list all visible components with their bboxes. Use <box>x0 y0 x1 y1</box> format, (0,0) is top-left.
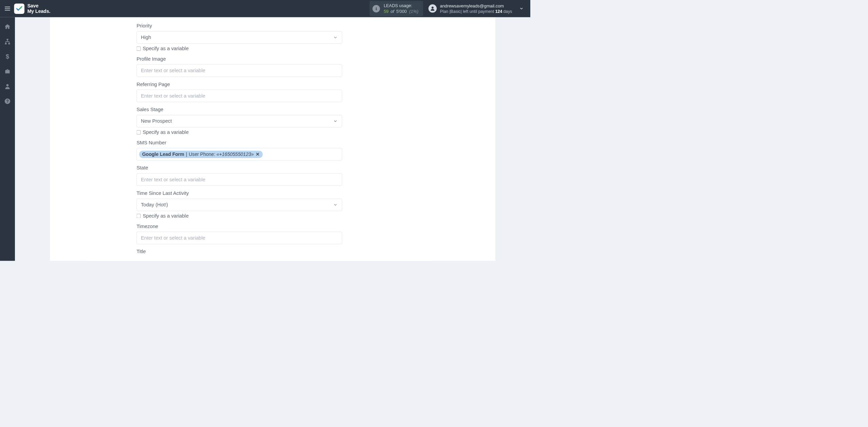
sidebar-account[interactable] <box>3 82 12 91</box>
sidebar-home[interactable] <box>3 22 12 31</box>
svg-point-5 <box>6 84 9 86</box>
account-plan: Plan |Basic| left until payment 124 days <box>440 9 512 14</box>
state-label: State <box>137 165 342 171</box>
app-header: Save My Leads. i LEADS usage: 59 of 5'00… <box>0 0 530 17</box>
chevron-down-icon <box>333 203 337 207</box>
account-dropdown[interactable]: andrewsavemyleads@gmail.com Plan |Basic|… <box>428 3 524 14</box>
svg-point-0 <box>432 7 434 9</box>
brand-line2: My Leads. <box>27 8 51 14</box>
sales-stage-variable-label[interactable]: Specify as a variable <box>143 129 189 135</box>
user-icon <box>4 83 11 90</box>
referring-page-input-wrap[interactable] <box>137 90 342 102</box>
time-since-select[interactable]: Today (Hot!) <box>137 199 342 211</box>
sales-stage-value: New Prospect <box>141 118 172 124</box>
sidebar-nav: $ ? <box>0 17 15 261</box>
svg-text:?: ? <box>6 99 8 104</box>
sms-number-label: SMS Number <box>137 140 342 145</box>
form-panel: Priority High Specify as a variable Prof… <box>50 17 495 261</box>
leads-usage-box: i LEADS usage: 59 of 5'000 (1%) <box>370 1 423 17</box>
svg-rect-2 <box>5 43 7 44</box>
usage-of: of <box>391 9 394 14</box>
sidebar-work[interactable] <box>3 67 12 76</box>
help-icon: ? <box>4 98 11 105</box>
info-icon: i <box>373 5 380 12</box>
sales-stage-label: Sales Stage <box>137 107 342 113</box>
svg-rect-1 <box>7 39 8 40</box>
home-icon <box>4 23 11 30</box>
field-sms-number: SMS Number Google Lead Form | User Phone… <box>137 140 342 160</box>
dollar-icon: $ <box>4 53 11 60</box>
chevron-down-icon <box>333 35 337 40</box>
sms-number-variable-chip: Google Lead Form | User Phone: «+1650555… <box>139 151 263 158</box>
profile-image-input[interactable] <box>141 65 337 77</box>
chip-field: User Phone: <box>189 151 215 157</box>
field-time-since: Time Since Last Activity Today (Hot!) Sp… <box>137 190 342 219</box>
usage-label: LEADS usage: <box>384 3 418 9</box>
usage-total: 5'000 <box>396 9 407 14</box>
chip-remove-button[interactable]: ✕ <box>256 151 260 157</box>
time-since-variable-label[interactable]: Specify as a variable <box>143 213 189 219</box>
title-label: Title <box>137 249 342 255</box>
field-referring-page: Referring Page <box>137 81 342 102</box>
field-state: State <box>137 165 342 186</box>
state-input[interactable] <box>141 174 337 185</box>
timezone-input[interactable] <box>141 232 337 244</box>
field-priority: Priority High Specify as a variable <box>137 23 342 52</box>
sales-stage-variable-checkbox[interactable] <box>137 130 141 134</box>
profile-image-input-wrap[interactable] <box>137 64 342 77</box>
field-profile-image: Profile Image <box>137 56 342 77</box>
sidebar-connections[interactable] <box>3 37 12 46</box>
sms-number-input[interactable]: Google Lead Form | User Phone: «+1650555… <box>137 148 342 161</box>
brand-logo <box>14 3 25 14</box>
usage-numbers: 59 of 5'000 (1%) <box>384 8 418 14</box>
chip-source: Google Lead Form <box>142 151 184 157</box>
chevron-down-icon <box>519 6 524 11</box>
usage-used: 59 <box>384 9 389 14</box>
svg-rect-3 <box>8 43 10 44</box>
referring-page-input[interactable] <box>141 90 337 102</box>
chevron-down-icon <box>333 119 337 123</box>
timezone-input-wrap[interactable] <box>137 232 342 244</box>
time-since-label: Time Since Last Activity <box>137 190 342 196</box>
profile-image-label: Profile Image <box>137 56 342 62</box>
sidebar-billing[interactable]: $ <box>3 52 12 61</box>
state-input-wrap[interactable] <box>137 173 342 186</box>
menu-toggle-button[interactable] <box>4 5 11 12</box>
briefcase-icon <box>4 68 11 75</box>
chip-value: «+16505550123» <box>217 151 254 157</box>
time-since-variable-checkbox[interactable] <box>137 214 141 218</box>
timezone-label: Timezone <box>137 223 342 229</box>
sales-stage-select[interactable]: New Prospect <box>137 115 342 127</box>
brand-name: Save My Leads. <box>27 3 51 14</box>
field-sales-stage: Sales Stage New Prospect Specify as a va… <box>137 107 342 135</box>
svg-text:$: $ <box>6 53 9 60</box>
account-email: andrewsavemyleads@gmail.com <box>440 3 512 9</box>
main-area: Priority High Specify as a variable Prof… <box>15 17 530 261</box>
field-title: Title <box>137 249 342 255</box>
time-since-value: Today (Hot!) <box>141 202 168 208</box>
sidebar-help[interactable]: ? <box>3 97 12 106</box>
brand-line1: Save <box>27 3 51 8</box>
sitemap-icon <box>4 38 11 45</box>
referring-page-label: Referring Page <box>137 81 342 87</box>
avatar-icon <box>428 4 436 13</box>
usage-pct: (1%) <box>409 9 418 14</box>
priority-value: High <box>141 35 151 40</box>
priority-variable-label[interactable]: Specify as a variable <box>143 46 189 52</box>
field-timezone: Timezone <box>137 223 342 244</box>
priority-label: Priority <box>137 23 342 29</box>
checkmark-icon <box>16 6 22 11</box>
priority-variable-checkbox[interactable] <box>137 46 141 50</box>
priority-select[interactable]: High <box>137 31 342 44</box>
